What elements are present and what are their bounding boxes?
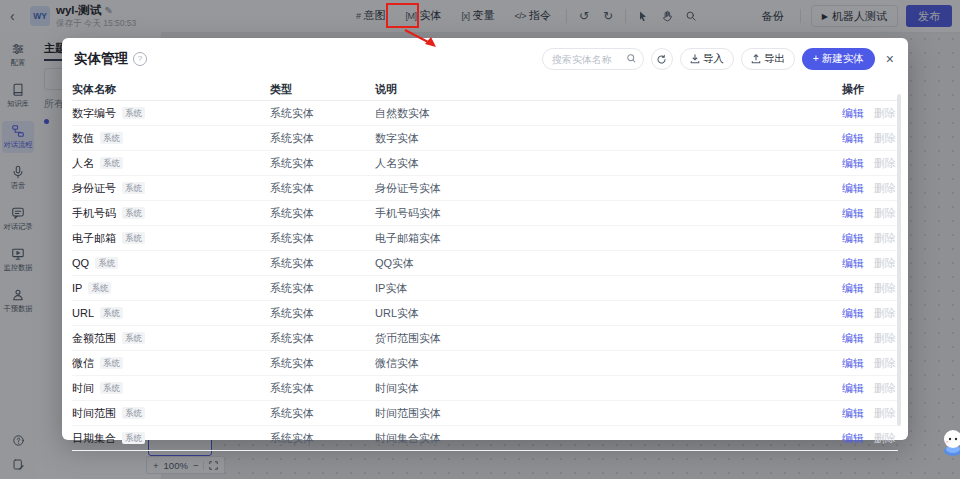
- entity-name-cell: 数字编号 系统: [72, 106, 270, 121]
- entity-name-cell: IP 系统: [72, 282, 270, 294]
- create-entity-button[interactable]: + 新建实体: [802, 48, 875, 70]
- entity-name-cell: 微信 系统: [72, 356, 270, 371]
- system-tag-badge: 系统: [122, 232, 145, 244]
- refresh-icon: [656, 54, 667, 65]
- entity-type: 系统实体: [270, 331, 375, 346]
- system-tag-badge: 系统: [88, 282, 111, 294]
- export-button[interactable]: 导出: [741, 48, 795, 70]
- entity-table: 实体名称 类型 说明 操作 数字编号 系统 系统实体 自然数实体 编辑 删除 数…: [72, 78, 898, 451]
- edit-link[interactable]: 编辑: [842, 181, 864, 196]
- col-header-desc: 说明: [375, 82, 842, 97]
- close-modal-button[interactable]: ×: [884, 52, 896, 66]
- table-row: 手机号码 系统 系统实体 手机号码实体 编辑 删除: [72, 201, 898, 226]
- entity-management-modal: 实体管理 ? 导入 导出 + 新建实体 ×: [62, 38, 908, 440]
- entity-name: 数字编号: [72, 106, 116, 121]
- row-operations: 编辑 删除: [842, 256, 898, 271]
- edit-link[interactable]: 编辑: [842, 106, 864, 121]
- table-row: 身份证号 系统 系统实体 身份证号实体 编辑 删除: [72, 176, 898, 201]
- export-icon: [751, 54, 761, 64]
- delete-link: 删除: [874, 206, 896, 221]
- table-row: 数值 系统 系统实体 数字实体 编辑 删除: [72, 126, 898, 151]
- table-row: 时间范围 系统 系统实体 时间范围实体 编辑 删除: [72, 401, 898, 426]
- delete-link: 删除: [874, 406, 896, 421]
- import-button[interactable]: 导入: [680, 48, 734, 70]
- row-operations: 编辑 删除: [842, 281, 898, 296]
- edit-link[interactable]: 编辑: [842, 131, 864, 146]
- table-row: 日期集合 系统 系统实体 时间集合实体 编辑 删除: [72, 426, 898, 451]
- edit-link[interactable]: 编辑: [842, 231, 864, 246]
- entity-name: 时间: [72, 381, 94, 396]
- entity-name: IP: [72, 282, 82, 294]
- row-operations: 编辑 删除: [842, 431, 898, 446]
- system-tag-badge: 系统: [100, 357, 123, 369]
- entity-name-cell: 金额范围 系统: [72, 331, 270, 346]
- app-window: ‹ WY wyl-测试✎ 保存于 今天 15:50:53 # 意图 [M] 实体…: [0, 0, 960, 479]
- edit-link[interactable]: 编辑: [842, 381, 864, 396]
- entity-name-cell: 日期集合 系统: [72, 431, 270, 446]
- row-operations: 编辑 删除: [842, 206, 898, 221]
- entity-type: 系统实体: [270, 306, 375, 321]
- system-tag-badge: 系统: [122, 182, 145, 194]
- row-operations: 编辑 删除: [842, 381, 898, 396]
- delete-link: 删除: [874, 131, 896, 146]
- row-operations: 编辑 删除: [842, 331, 898, 346]
- edit-link[interactable]: 编辑: [842, 281, 864, 296]
- entity-desc: URL实体: [375, 306, 842, 321]
- entity-type: 系统实体: [270, 181, 375, 196]
- info-icon[interactable]: ?: [133, 52, 147, 66]
- entity-desc: 自然数实体: [375, 106, 842, 121]
- edit-link[interactable]: 编辑: [842, 356, 864, 371]
- row-operations: 编辑 删除: [842, 131, 898, 146]
- entity-name-cell: 身份证号 系统: [72, 181, 270, 196]
- row-operations: 编辑 删除: [842, 156, 898, 171]
- row-operations: 编辑 删除: [842, 231, 898, 246]
- delete-link: 删除: [874, 306, 896, 321]
- entity-type: 系统实体: [270, 356, 375, 371]
- modal-header: 实体管理 ? 导入 导出 + 新建实体 ×: [62, 38, 908, 76]
- edit-link[interactable]: 编辑: [842, 406, 864, 421]
- entity-desc: 时间实体: [375, 381, 842, 396]
- edit-link[interactable]: 编辑: [842, 256, 864, 271]
- delete-link: 删除: [874, 331, 896, 346]
- delete-link: 删除: [874, 181, 896, 196]
- entity-name: 人名: [72, 156, 94, 171]
- edit-link[interactable]: 编辑: [842, 206, 864, 221]
- delete-link: 删除: [874, 256, 896, 271]
- row-operations: 编辑 删除: [842, 406, 898, 421]
- table-row: 电子邮箱 系统 系统实体 电子邮箱实体 编辑 删除: [72, 226, 898, 251]
- entity-search: [542, 48, 644, 70]
- table-row: 数字编号 系统 系统实体 自然数实体 编辑 删除: [72, 101, 898, 126]
- edit-link[interactable]: 编辑: [842, 156, 864, 171]
- delete-link: 删除: [874, 156, 896, 171]
- delete-link: 删除: [874, 281, 896, 296]
- entity-desc: 时间范围实体: [375, 406, 842, 421]
- system-tag-badge: 系统: [100, 132, 123, 144]
- system-tag-badge: 系统: [100, 382, 123, 394]
- table-body: 数字编号 系统 系统实体 自然数实体 编辑 删除 数值 系统 系统实体 数字实体…: [72, 101, 898, 451]
- entity-type: 系统实体: [270, 131, 375, 146]
- edit-link[interactable]: 编辑: [842, 331, 864, 346]
- system-tag-badge: 系统: [122, 107, 145, 119]
- table-scrollbar[interactable]: [897, 94, 901, 426]
- system-tag-badge: 系统: [95, 257, 118, 269]
- col-header-name: 实体名称: [72, 82, 270, 97]
- assistant-mascot-icon[interactable]: [940, 427, 960, 457]
- entity-name: 金额范围: [72, 331, 116, 346]
- delete-link: 删除: [874, 106, 896, 121]
- table-row: IP 系统 系统实体 IP实体 编辑 删除: [72, 276, 898, 301]
- edit-link[interactable]: 编辑: [842, 306, 864, 321]
- delete-link: 删除: [874, 381, 896, 396]
- import-icon: [690, 54, 700, 64]
- table-row: 金额范围 系统 系统实体 货币范围实体 编辑 删除: [72, 326, 898, 351]
- edit-link[interactable]: 编辑: [842, 431, 864, 446]
- entity-name: 数值: [72, 131, 94, 146]
- entity-desc: QQ实体: [375, 256, 842, 271]
- entity-name: 手机号码: [72, 206, 116, 221]
- entity-name: 微信: [72, 356, 94, 371]
- refresh-button[interactable]: [651, 48, 673, 70]
- entity-desc: 身份证号实体: [375, 181, 842, 196]
- row-operations: 编辑 删除: [842, 356, 898, 371]
- entity-name-cell: 人名 系统: [72, 156, 270, 171]
- entity-name: QQ: [72, 257, 89, 269]
- table-header-row: 实体名称 类型 说明 操作: [72, 78, 898, 101]
